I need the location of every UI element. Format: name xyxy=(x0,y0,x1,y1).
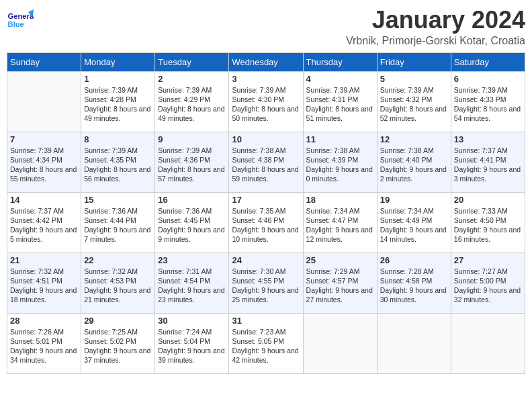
logo-icon: General Blue xyxy=(7,7,34,34)
day-number: 8 xyxy=(84,134,152,144)
calendar-cell: 13Sunrise: 7:37 AMSunset: 4:41 PMDayligh… xyxy=(451,132,525,192)
calendar-cell: 25Sunrise: 7:29 AMSunset: 4:57 PMDayligh… xyxy=(303,253,377,313)
day-info: Sunrise: 7:37 AMSunset: 4:41 PMDaylight:… xyxy=(454,146,522,184)
day-number: 6 xyxy=(454,74,522,84)
day-number: 30 xyxy=(158,316,226,326)
calendar-cell: 12Sunrise: 7:38 AMSunset: 4:40 PMDayligh… xyxy=(377,132,451,192)
day-info: Sunrise: 7:39 AMSunset: 4:33 PMDaylight:… xyxy=(454,85,522,124)
day-info: Sunrise: 7:34 AMSunset: 4:47 PMDaylight:… xyxy=(306,206,374,244)
week-row-1: 1Sunrise: 7:39 AMSunset: 4:28 PMDaylight… xyxy=(7,71,525,132)
day-number: 11 xyxy=(306,134,374,144)
day-info: Sunrise: 7:38 AMSunset: 4:38 PMDaylight:… xyxy=(232,146,300,184)
calendar-cell: 21Sunrise: 7:32 AMSunset: 4:51 PMDayligh… xyxy=(7,253,81,313)
day-info: Sunrise: 7:39 AMSunset: 4:29 PMDaylight:… xyxy=(158,85,226,124)
day-number: 29 xyxy=(84,316,152,326)
calendar-cell: 28Sunrise: 7:26 AMSunset: 5:01 PMDayligh… xyxy=(7,313,81,373)
day-info: Sunrise: 7:36 AMSunset: 4:44 PMDaylight:… xyxy=(84,206,152,244)
day-number: 1 xyxy=(84,74,152,84)
week-row-4: 21Sunrise: 7:32 AMSunset: 4:51 PMDayligh… xyxy=(7,253,525,313)
day-number: 25 xyxy=(306,255,374,265)
day-number: 15 xyxy=(84,195,152,205)
week-row-2: 7Sunrise: 7:39 AMSunset: 4:34 PMDaylight… xyxy=(7,132,525,192)
calendar-cell: 24Sunrise: 7:30 AMSunset: 4:55 PMDayligh… xyxy=(229,253,303,313)
weekday-wednesday: Wednesday xyxy=(229,52,303,71)
calendar-cell xyxy=(7,71,81,132)
day-number: 17 xyxy=(232,195,300,205)
calendar-cell: 2Sunrise: 7:39 AMSunset: 4:29 PMDaylight… xyxy=(155,71,229,132)
day-info: Sunrise: 7:39 AMSunset: 4:32 PMDaylight:… xyxy=(380,85,448,124)
calendar-cell: 19Sunrise: 7:34 AMSunset: 4:49 PMDayligh… xyxy=(377,192,451,253)
day-info: Sunrise: 7:34 AMSunset: 4:49 PMDaylight:… xyxy=(380,206,448,244)
week-row-5: 28Sunrise: 7:26 AMSunset: 5:01 PMDayligh… xyxy=(7,313,525,373)
calendar-cell: 23Sunrise: 7:31 AMSunset: 4:54 PMDayligh… xyxy=(155,253,229,313)
day-info: Sunrise: 7:35 AMSunset: 4:46 PMDaylight:… xyxy=(232,206,300,244)
day-info: Sunrise: 7:29 AMSunset: 4:57 PMDaylight:… xyxy=(306,267,374,305)
calendar-cell: 7Sunrise: 7:39 AMSunset: 4:34 PMDaylight… xyxy=(7,132,81,192)
calendar-cell: 9Sunrise: 7:39 AMSunset: 4:36 PMDaylight… xyxy=(155,132,229,192)
weekday-thursday: Thursday xyxy=(303,52,377,71)
calendar-cell: 1Sunrise: 7:39 AMSunset: 4:28 PMDaylight… xyxy=(81,71,155,132)
day-info: Sunrise: 7:39 AMSunset: 4:35 PMDaylight:… xyxy=(84,146,152,184)
day-number: 7 xyxy=(10,134,78,144)
day-number: 20 xyxy=(454,195,522,205)
calendar-cell: 8Sunrise: 7:39 AMSunset: 4:35 PMDaylight… xyxy=(81,132,155,192)
day-info: Sunrise: 7:25 AMSunset: 5:02 PMDaylight:… xyxy=(84,327,152,365)
calendar-cell: 27Sunrise: 7:27 AMSunset: 5:00 PMDayligh… xyxy=(451,253,525,313)
day-info: Sunrise: 7:24 AMSunset: 5:04 PMDaylight:… xyxy=(158,327,226,365)
day-number: 18 xyxy=(306,195,374,205)
month-title: January 2024 xyxy=(346,7,525,34)
day-number: 5 xyxy=(380,74,448,84)
day-info: Sunrise: 7:39 AMSunset: 4:30 PMDaylight:… xyxy=(232,85,300,124)
day-info: Sunrise: 7:27 AMSunset: 5:00 PMDaylight:… xyxy=(454,267,522,305)
day-info: Sunrise: 7:30 AMSunset: 4:55 PMDaylight:… xyxy=(232,267,300,305)
page-header: General Blue January 2024 Vrbnik, Primor… xyxy=(7,7,525,47)
day-info: Sunrise: 7:36 AMSunset: 4:45 PMDaylight:… xyxy=(158,206,226,244)
weekday-saturday: Saturday xyxy=(451,52,525,71)
day-info: Sunrise: 7:32 AMSunset: 4:53 PMDaylight:… xyxy=(84,267,152,305)
day-number: 4 xyxy=(306,74,374,84)
location: Vrbnik, Primorje-Gorski Kotar, Croatia xyxy=(346,35,525,47)
day-number: 24 xyxy=(232,255,300,265)
weekday-tuesday: Tuesday xyxy=(155,52,229,71)
weekday-header-row: SundayMondayTuesdayWednesdayThursdayFrid… xyxy=(7,52,525,71)
day-info: Sunrise: 7:38 AMSunset: 4:39 PMDaylight:… xyxy=(306,146,374,184)
calendar-cell: 16Sunrise: 7:36 AMSunset: 4:45 PMDayligh… xyxy=(155,192,229,253)
day-number: 21 xyxy=(10,255,78,265)
calendar-cell: 30Sunrise: 7:24 AMSunset: 5:04 PMDayligh… xyxy=(155,313,229,373)
day-number: 9 xyxy=(158,134,226,144)
day-number: 22 xyxy=(84,255,152,265)
week-row-3: 14Sunrise: 7:37 AMSunset: 4:42 PMDayligh… xyxy=(7,192,525,253)
logo: General Blue xyxy=(7,7,36,34)
day-number: 26 xyxy=(380,255,448,265)
svg-text:Blue: Blue xyxy=(8,20,24,28)
calendar-cell xyxy=(303,313,377,373)
weekday-sunday: Sunday xyxy=(7,52,81,71)
day-number: 19 xyxy=(380,195,448,205)
day-info: Sunrise: 7:31 AMSunset: 4:54 PMDaylight:… xyxy=(158,267,226,305)
day-info: Sunrise: 7:37 AMSunset: 4:42 PMDaylight:… xyxy=(10,206,78,244)
day-number: 10 xyxy=(232,134,300,144)
title-block: January 2024 Vrbnik, Primorje-Gorski Kot… xyxy=(346,7,525,47)
day-number: 23 xyxy=(158,255,226,265)
day-number: 12 xyxy=(380,134,448,144)
day-info: Sunrise: 7:23 AMSunset: 5:05 PMDaylight:… xyxy=(232,327,300,365)
day-number: 13 xyxy=(454,134,522,144)
day-number: 3 xyxy=(232,74,300,84)
calendar-cell: 5Sunrise: 7:39 AMSunset: 4:32 PMDaylight… xyxy=(377,71,451,132)
calendar-table: SundayMondayTuesdayWednesdayThursdayFrid… xyxy=(7,52,525,374)
day-number: 31 xyxy=(232,316,300,326)
calendar-cell: 22Sunrise: 7:32 AMSunset: 4:53 PMDayligh… xyxy=(81,253,155,313)
calendar-cell: 14Sunrise: 7:37 AMSunset: 4:42 PMDayligh… xyxy=(7,192,81,253)
calendar-cell: 3Sunrise: 7:39 AMSunset: 4:30 PMDaylight… xyxy=(229,71,303,132)
day-info: Sunrise: 7:28 AMSunset: 4:58 PMDaylight:… xyxy=(380,267,448,305)
weekday-monday: Monday xyxy=(81,52,155,71)
day-info: Sunrise: 7:38 AMSunset: 4:40 PMDaylight:… xyxy=(380,146,448,184)
calendar-cell: 29Sunrise: 7:25 AMSunset: 5:02 PMDayligh… xyxy=(81,313,155,373)
calendar-cell: 26Sunrise: 7:28 AMSunset: 4:58 PMDayligh… xyxy=(377,253,451,313)
day-number: 28 xyxy=(10,316,78,326)
calendar-cell xyxy=(377,313,451,373)
day-number: 14 xyxy=(10,195,78,205)
calendar-cell: 18Sunrise: 7:34 AMSunset: 4:47 PMDayligh… xyxy=(303,192,377,253)
day-info: Sunrise: 7:32 AMSunset: 4:51 PMDaylight:… xyxy=(10,267,78,305)
day-info: Sunrise: 7:26 AMSunset: 5:01 PMDaylight:… xyxy=(10,327,78,365)
